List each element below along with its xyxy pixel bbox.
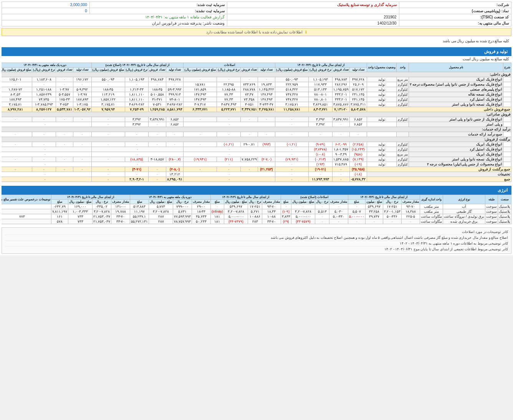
total-g2-3: ۵,۲۲۳,۷۷۱	[217, 107, 241, 112]
th-g2-prod: تعداد تولید	[258, 68, 275, 72]
cell-status: تولید	[367, 117, 397, 122]
company-value: سرمایه گذاری و توسعه صنایع پلاستیک	[227, 2, 399, 8]
th-g3-amount: مبلغ فروش (میلیون ریال)	[91, 68, 125, 72]
th-g3-rate: نرخ فروش (ریال)	[125, 68, 149, 72]
cell-g2-2: ۲۸۸,۷۷۸	[241, 87, 258, 92]
cell-g4-2: ۱۷۵-۳۳	[56, 97, 73, 102]
cell-g1-3: ۷۸۰-۸۰۱	[309, 92, 333, 97]
cell-g2-3: ۳-۸۳۷,۴۹۳	[217, 102, 241, 107]
e-g1-qty: -	[401, 219, 420, 224]
cell-g4: -	[2, 122, 91, 127]
cell-g1-2: ۴۹۸,۷۸۳	[332, 77, 349, 82]
th-e-qty4: مقدار مصرف	[192, 200, 210, 204]
e-g5-rate: ۲۱,۷۵۳,۰۳۷	[92, 214, 111, 219]
cell-g1-1: ۵۱۷,۱۷۲	[350, 87, 367, 92]
cell-g4-2: ۱-۳,۹۷	[56, 87, 73, 92]
e-g5-amt: ۵۷۸	[51, 219, 68, 224]
e-type: سوخت	[485, 219, 498, 224]
cell-unit: کیلوگرم	[397, 102, 409, 107]
cell-g4-4: -	[2, 132, 32, 137]
cell-desc	[503, 117, 511, 122]
e-industry: پلاستیک	[498, 204, 511, 209]
th-e-unit-m3: مبلغ - میلیون ریال	[224, 200, 248, 204]
e-g1-amt: -	[348, 219, 365, 224]
th-g1-amount: مبلغ فروش (میلیون ریال)	[275, 68, 309, 72]
cell-g4-2: ۵-۳,۵۵۷	[56, 92, 73, 97]
cell-g2-4: ۱۵,۷۸۱	[184, 82, 217, 87]
cell-g1-3: (۰,۲۱۳)	[309, 157, 333, 162]
disc-g3-3: -	[125, 172, 149, 177]
th-e-group5: از ابتدای سال مالی تا تاریخ ۱۴۰۳/۰۳/۳۱	[51, 195, 130, 200]
cell-g1-2: ۳,۸۷۵,۸۷۶	[332, 102, 349, 107]
cell-status: تولید	[367, 77, 397, 82]
th-e-amount3: مبلغ	[210, 200, 224, 204]
e-g5-qty: ۱۹,۷۸۸	[111, 209, 130, 214]
cell-g1-3: (۱۹۳)	[309, 162, 333, 167]
e-g5-mamt: ۷۳۳	[68, 214, 92, 219]
e-g1-rate: ۱۷-۲۵۱	[383, 204, 402, 209]
e-g2-amt: (۱-۹)	[281, 209, 291, 214]
cell-g4-4: ۱۸۷,۴۹۳	[2, 97, 32, 102]
cell-g1-1: ۲۴۱,۱۳۵	[350, 97, 367, 102]
th-e-amount5: مبلغ	[51, 200, 68, 204]
th-e-qty5: مقدار مصرف	[111, 200, 130, 204]
e-g5-amt: ۶۳۲,۷۹-	[51, 204, 68, 209]
cell-g3-1: ۳۹۹,۹۱۳	[166, 92, 184, 97]
gt-g3-4: -	[91, 177, 125, 182]
cell-desc	[503, 122, 511, 127]
cell-g1-2: ۳۳۳,۲۰۱	[332, 92, 349, 97]
note-row: کلیه مبالغ درج شده به میلیون ریال می باش…	[2, 38, 511, 44]
cell-g4-2: ۳-۷۵۳	[56, 102, 73, 107]
e-g3-mamt: ۵۳۹,۶۹۷	[224, 204, 248, 209]
cell-g1-4: (۱۹,۹۳۱)	[275, 157, 309, 162]
cell-g3-1: -	[166, 82, 184, 87]
cell-desc	[503, 102, 511, 107]
e-g5-rate: ۳۳۵,۰۲-	[92, 204, 111, 209]
e-g2-amt: ۳,۸۳۳	[281, 214, 291, 219]
page-wrapper: شرکت: سرمایه گذاری و توسعه صنایع پلاستیک…	[0, 0, 513, 255]
cell-g3: -	[91, 152, 184, 157]
tr-g2-2: -	[241, 167, 258, 172]
production-sales-subtitle: کلیه مبالغ به میلیون ریال است	[2, 56, 511, 62]
cell-g3-4: ۱,۸۵۷,۱۲۲	[91, 97, 125, 102]
e-type: سوخت	[485, 209, 498, 214]
th-unit: واحد	[397, 63, 409, 72]
cell-g1-2: ۱,۵۳۷,۸۸۵	[332, 157, 349, 162]
e-g1-mamt: ۳۹,۷۳۷	[365, 214, 383, 219]
cell-g4-3: ۷۴,۷۳۵	[32, 97, 56, 102]
cell-product: انواع محصولات از جنس پلی‌اتیلن/ محصولات …	[409, 162, 503, 167]
e-unit: مگاوات ساعت	[420, 219, 443, 224]
isic-label: کد صنعت (TSIC):	[399, 14, 511, 20]
cell-g1-1: (۲,۲۵۸)	[350, 142, 367, 147]
cell-g3-1: -	[166, 142, 184, 147]
e-g4-mamt: ۵,۷۷۳	[149, 204, 173, 209]
e-g4-qty: ۵۰,۲۳۳	[192, 219, 210, 224]
cell-g4-1: -	[73, 82, 92, 87]
report-period: گزارش فعالیت ماهانه ۱ ماهه منتهی به: ۱۴۰…	[2, 14, 227, 20]
cell-g3-1: ۴۹۷,۶۲۸	[166, 77, 184, 82]
cell-g1-1: ۶,۸۵۲	[350, 122, 367, 127]
cell-g3-3: ۱,۸۱۱,۱۱۰	[125, 92, 149, 97]
cell-g1-3: ۳,۳۹۲	[309, 122, 333, 127]
cell-g2-4: ۱۴۷,۴۹۳	[184, 92, 217, 97]
cell-g2-3: -	[217, 117, 241, 122]
cell-product2: و پلی استر	[409, 122, 503, 127]
e-g3-amt: ۱۸۱	[210, 214, 224, 219]
cell-g1-3: ۱,۱۰۵,۱۹۳	[309, 77, 333, 82]
cell-g1-1: ۴۹۷,۶۲۸	[350, 77, 367, 82]
cell-g3-2: ۳,۸۳۷,۹۹۱	[149, 117, 166, 122]
e-type: سوخت	[485, 204, 498, 209]
footer-note-2: اصلاح مبالغ و مقدار مال خریداری شده و مب…	[5, 235, 508, 241]
th-group1: از ابتدای سال مالی تا تاریخ ۱۴۰۲/۰۳/۳۱	[275, 63, 367, 68]
cell-g2-2: ۳-۷۵۱	[241, 102, 258, 107]
cell-g4-1: -	[73, 157, 92, 162]
e-industry: پلاستیک	[498, 219, 511, 224]
cell-unit: کیلوگرم	[397, 117, 409, 122]
cell-product: انواع فاریک ابریک	[409, 77, 503, 82]
cell-g4-1: ۱۸۷,۸۹۳	[73, 97, 92, 102]
table-row: انواع فاریک نسجه نانو/ و پلی استر کیلوگر…	[2, 102, 511, 107]
e-energy: برق خریداری شده	[443, 219, 485, 224]
th-g3-sale: تعداد فروش	[149, 68, 166, 72]
cell-g3-4: ۱۸۸-۳۵	[91, 87, 125, 92]
services-header: درآمد ارائه خدمات:	[2, 127, 511, 132]
